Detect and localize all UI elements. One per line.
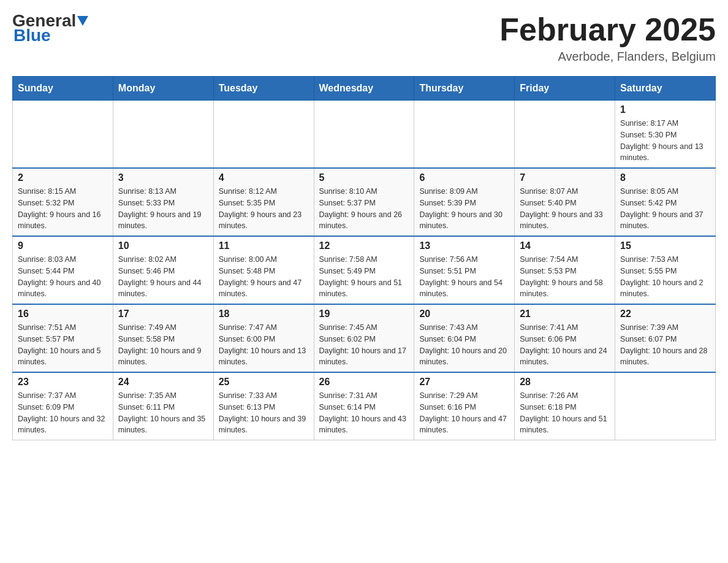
day-number: 11 (219, 240, 309, 251)
day-number: 1 (620, 104, 710, 115)
calendar-week-row: 9Sunrise: 8:03 AM Sunset: 5:44 PM Daylig… (13, 236, 716, 304)
calendar-cell: 27Sunrise: 7:29 AM Sunset: 6:16 PM Dayli… (414, 372, 515, 440)
calendar-cell: 13Sunrise: 7:56 AM Sunset: 5:51 PM Dayli… (414, 236, 515, 304)
calendar-cell: 22Sunrise: 7:39 AM Sunset: 6:07 PM Dayli… (615, 304, 716, 372)
title-area: February 2025 Averbode, Flanders, Belgiu… (499, 12, 716, 64)
calendar-cell: 1Sunrise: 8:17 AM Sunset: 5:30 PM Daylig… (615, 101, 716, 169)
calendar-cell: 2Sunrise: 8:15 AM Sunset: 5:32 PM Daylig… (13, 168, 113, 236)
day-number: 20 (419, 308, 509, 320)
day-info: Sunrise: 8:09 AM Sunset: 5:39 PM Dayligh… (419, 186, 509, 232)
calendar-header-row: SundayMondayTuesdayWednesdayThursdayFrid… (13, 77, 716, 101)
column-header-friday: Friday (515, 77, 615, 101)
calendar-cell: 3Sunrise: 8:13 AM Sunset: 5:33 PM Daylig… (113, 168, 213, 236)
calendar-cell (13, 101, 113, 169)
column-header-thursday: Thursday (414, 77, 515, 101)
day-info: Sunrise: 8:12 AM Sunset: 5:35 PM Dayligh… (219, 186, 309, 232)
calendar-cell: 5Sunrise: 8:10 AM Sunset: 5:37 PM Daylig… (314, 168, 414, 236)
calendar-cell: 24Sunrise: 7:35 AM Sunset: 6:11 PM Dayli… (113, 372, 213, 440)
day-info: Sunrise: 7:29 AM Sunset: 6:16 PM Dayligh… (419, 390, 509, 436)
day-number: 16 (18, 308, 108, 320)
column-header-wednesday: Wednesday (314, 77, 414, 101)
day-number: 7 (520, 172, 610, 183)
day-info: Sunrise: 8:17 AM Sunset: 5:30 PM Dayligh… (620, 118, 710, 164)
day-info: Sunrise: 7:54 AM Sunset: 5:53 PM Dayligh… (520, 254, 610, 300)
day-info: Sunrise: 8:10 AM Sunset: 5:37 PM Dayligh… (319, 186, 409, 232)
day-info: Sunrise: 7:49 AM Sunset: 5:58 PM Dayligh… (118, 322, 208, 368)
calendar-week-row: 23Sunrise: 7:37 AM Sunset: 6:09 PM Dayli… (13, 372, 716, 440)
calendar-week-row: 1Sunrise: 8:17 AM Sunset: 5:30 PM Daylig… (13, 101, 716, 169)
day-number: 26 (319, 377, 409, 388)
calendar-cell: 9Sunrise: 8:03 AM Sunset: 5:44 PM Daylig… (13, 236, 113, 304)
calendar-cell (414, 101, 515, 169)
day-info: Sunrise: 8:13 AM Sunset: 5:33 PM Dayligh… (118, 186, 208, 232)
day-info: Sunrise: 7:58 AM Sunset: 5:49 PM Dayligh… (319, 254, 409, 300)
day-number: 15 (620, 240, 710, 251)
day-info: Sunrise: 7:26 AM Sunset: 6:18 PM Dayligh… (520, 390, 610, 436)
calendar-cell: 12Sunrise: 7:58 AM Sunset: 5:49 PM Dayli… (314, 236, 414, 304)
day-info: Sunrise: 8:07 AM Sunset: 5:40 PM Dayligh… (520, 186, 610, 232)
day-info: Sunrise: 7:33 AM Sunset: 6:13 PM Dayligh… (219, 390, 309, 436)
svg-marker-0 (77, 16, 88, 26)
calendar-cell: 6Sunrise: 8:09 AM Sunset: 5:39 PM Daylig… (414, 168, 515, 236)
calendar-cell (113, 101, 213, 169)
calendar-cell (213, 101, 314, 169)
page-header: General Blue February 2025 Averbode, Fla… (12, 12, 716, 64)
day-info: Sunrise: 8:15 AM Sunset: 5:32 PM Dayligh… (18, 186, 108, 232)
calendar-cell: 16Sunrise: 7:51 AM Sunset: 5:57 PM Dayli… (13, 304, 113, 372)
day-number: 2 (18, 172, 108, 183)
day-number: 6 (419, 172, 509, 183)
day-info: Sunrise: 7:41 AM Sunset: 6:06 PM Dayligh… (520, 322, 610, 368)
calendar-cell (615, 372, 716, 440)
day-info: Sunrise: 8:05 AM Sunset: 5:42 PM Dayligh… (620, 186, 710, 232)
day-number: 19 (319, 308, 409, 320)
calendar-cell: 18Sunrise: 7:47 AM Sunset: 6:00 PM Dayli… (213, 304, 314, 372)
calendar-cell: 19Sunrise: 7:45 AM Sunset: 6:02 PM Dayli… (314, 304, 414, 372)
day-number: 8 (620, 172, 710, 183)
calendar-week-row: 16Sunrise: 7:51 AM Sunset: 5:57 PM Dayli… (13, 304, 716, 372)
day-info: Sunrise: 7:39 AM Sunset: 6:07 PM Dayligh… (620, 322, 710, 368)
calendar-cell (515, 101, 615, 169)
month-title: February 2025 (499, 12, 716, 47)
column-header-monday: Monday (113, 77, 213, 101)
day-info: Sunrise: 7:31 AM Sunset: 6:14 PM Dayligh… (319, 390, 409, 436)
logo-blue: Blue (12, 27, 51, 44)
calendar-cell: 28Sunrise: 7:26 AM Sunset: 6:18 PM Dayli… (515, 372, 615, 440)
logo: General Blue (12, 12, 88, 44)
location: Averbode, Flanders, Belgium (499, 50, 716, 64)
day-number: 28 (520, 377, 610, 388)
day-info: Sunrise: 7:45 AM Sunset: 6:02 PM Dayligh… (319, 322, 409, 368)
day-number: 9 (18, 240, 108, 251)
column-header-saturday: Saturday (615, 77, 716, 101)
calendar-cell: 25Sunrise: 7:33 AM Sunset: 6:13 PM Dayli… (213, 372, 314, 440)
day-number: 25 (219, 377, 309, 388)
day-info: Sunrise: 7:53 AM Sunset: 5:55 PM Dayligh… (620, 254, 710, 300)
day-number: 3 (118, 172, 208, 183)
day-number: 18 (219, 308, 309, 320)
day-number: 23 (18, 377, 108, 388)
column-header-sunday: Sunday (13, 77, 113, 101)
column-header-tuesday: Tuesday (213, 77, 314, 101)
day-number: 12 (319, 240, 409, 251)
calendar-cell: 10Sunrise: 8:02 AM Sunset: 5:46 PM Dayli… (113, 236, 213, 304)
day-number: 5 (319, 172, 409, 183)
day-number: 22 (620, 308, 710, 320)
calendar-cell (314, 101, 414, 169)
calendar-cell: 21Sunrise: 7:41 AM Sunset: 6:06 PM Dayli… (515, 304, 615, 372)
day-number: 13 (419, 240, 509, 251)
day-info: Sunrise: 8:03 AM Sunset: 5:44 PM Dayligh… (18, 254, 108, 300)
day-number: 21 (520, 308, 610, 320)
day-number: 24 (118, 377, 208, 388)
day-info: Sunrise: 8:02 AM Sunset: 5:46 PM Dayligh… (118, 254, 208, 300)
day-number: 14 (520, 240, 610, 251)
day-info: Sunrise: 7:43 AM Sunset: 6:04 PM Dayligh… (419, 322, 509, 368)
calendar-cell: 23Sunrise: 7:37 AM Sunset: 6:09 PM Dayli… (13, 372, 113, 440)
calendar-cell: 20Sunrise: 7:43 AM Sunset: 6:04 PM Dayli… (414, 304, 515, 372)
day-number: 17 (118, 308, 208, 320)
day-info: Sunrise: 8:00 AM Sunset: 5:48 PM Dayligh… (219, 254, 309, 300)
day-info: Sunrise: 7:37 AM Sunset: 6:09 PM Dayligh… (18, 390, 108, 436)
calendar-week-row: 2Sunrise: 8:15 AM Sunset: 5:32 PM Daylig… (13, 168, 716, 236)
logo-triangle-icon (77, 16, 88, 27)
day-info: Sunrise: 7:51 AM Sunset: 5:57 PM Dayligh… (18, 322, 108, 368)
day-number: 10 (118, 240, 208, 251)
calendar-cell: 26Sunrise: 7:31 AM Sunset: 6:14 PM Dayli… (314, 372, 414, 440)
